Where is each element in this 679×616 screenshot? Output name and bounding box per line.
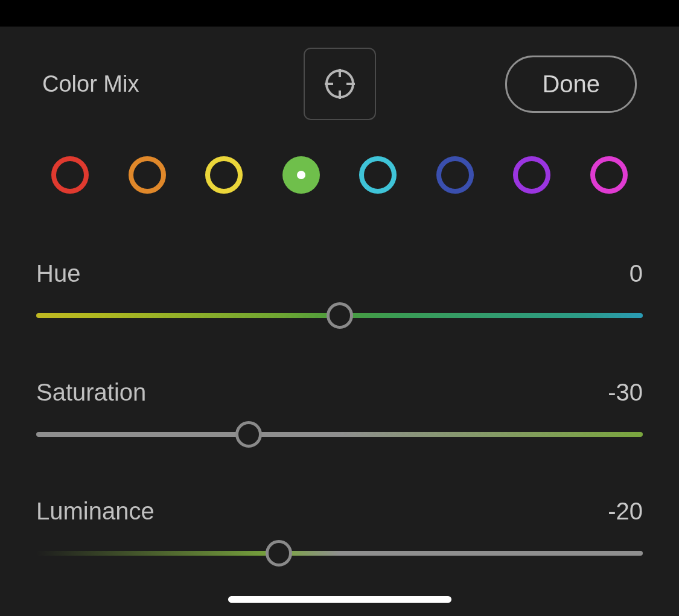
swatch-green[interactable]: [282, 156, 320, 194]
hue-slider-block: Hue 0: [36, 260, 643, 331]
color-swatch-row: [0, 120, 679, 194]
luminance-track: [36, 551, 643, 556]
hue-slider[interactable]: [36, 300, 643, 331]
target-icon: [324, 68, 356, 100]
luminance-label: Luminance: [36, 498, 155, 525]
panel-title: Color Mix: [42, 71, 139, 97]
saturation-slider[interactable]: [36, 419, 643, 449]
swatch-yellow[interactable]: [205, 156, 243, 194]
swatch-red[interactable]: [51, 156, 89, 194]
saturation-handle[interactable]: [235, 421, 262, 448]
saturation-track: [36, 432, 643, 437]
color-mix-panel: Color Mix Done Hue 0: [0, 27, 679, 616]
swatch-blue[interactable]: [436, 156, 474, 194]
saturation-slider-block: Saturation -30: [36, 379, 643, 449]
panel-header: Color Mix Done: [0, 48, 679, 120]
luminance-slider-block: Luminance -20: [36, 498, 643, 568]
swatch-magenta[interactable]: [590, 156, 628, 194]
done-button[interactable]: Done: [505, 56, 637, 113]
saturation-value: -30: [608, 379, 643, 406]
luminance-slider[interactable]: [36, 538, 643, 568]
saturation-label: Saturation: [36, 379, 146, 406]
hue-value: 0: [630, 260, 643, 287]
hue-handle[interactable]: [327, 302, 353, 329]
target-adjustment-button[interactable]: [304, 48, 376, 120]
sliders-group: Hue 0 Saturation -30 Lu: [0, 194, 679, 568]
swatch-aqua[interactable]: [359, 156, 397, 194]
luminance-value: -20: [608, 498, 643, 525]
home-indicator[interactable]: [228, 596, 451, 603]
luminance-handle[interactable]: [266, 540, 292, 567]
hue-label: Hue: [36, 260, 80, 287]
status-bar-blackout: [0, 0, 679, 27]
swatch-purple[interactable]: [513, 156, 550, 194]
swatch-orange[interactable]: [129, 156, 166, 194]
